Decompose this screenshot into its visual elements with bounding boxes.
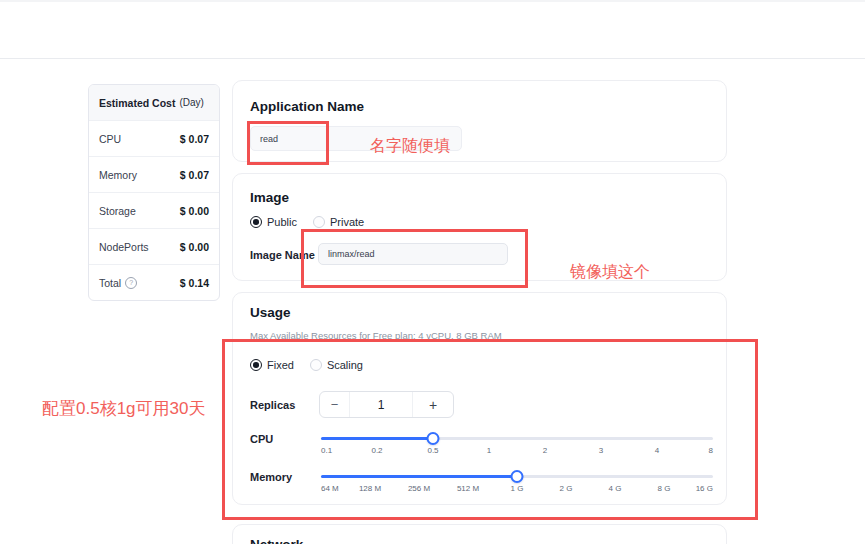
image-visibility-radio-group: Public Private [250, 216, 364, 228]
replicas-increment-button[interactable]: + [413, 392, 453, 417]
public-radio-label: Public [267, 216, 297, 228]
private-radio-label: Private [330, 216, 364, 228]
cost-row-value: $ 0.00 [180, 241, 209, 253]
slider-tick-label: 64 M [321, 484, 339, 493]
slider-tick-label: 0.1 [321, 446, 332, 455]
cost-panel-period: (Day) [179, 97, 203, 108]
usage-title: Usage [250, 305, 291, 320]
estimated-cost-panel: Estimated Cost (Day) CPU$ 0.07Memory$ 0.… [88, 84, 220, 301]
cost-row: CPU$ 0.07 [89, 120, 219, 156]
cost-row-label: Total? [99, 277, 137, 289]
cost-row: Total?$ 0.14 [89, 264, 219, 300]
memory-slider[interactable]: 64 M128 M256 M512 M1 G2 G4 G8 G16 G [321, 467, 713, 501]
scaling-radio-label: Scaling [327, 359, 363, 371]
slider-tick-label: 0.5 [427, 446, 438, 455]
scaling-radio[interactable] [310, 359, 322, 371]
usage-card: Usage Max Available Resources for Free p… [232, 292, 727, 505]
slider-tick-label: 4 [655, 446, 659, 455]
memory-slider-fill [321, 475, 517, 478]
cost-row: NodePorts$ 0.00 [89, 228, 219, 264]
slider-tick-label: 1 G [511, 484, 524, 493]
cpu-slider-handle[interactable] [427, 432, 440, 445]
image-name-label: Image Name [250, 249, 315, 261]
public-radio[interactable] [250, 216, 262, 228]
replicas-stepper: − 1 + [319, 391, 454, 418]
image-card: Image Public Private Image Name [232, 173, 727, 281]
cost-row-label: Memory [99, 169, 137, 181]
cost-panel-title: Estimated Cost [99, 97, 175, 109]
slider-tick-label: 512 M [457, 484, 479, 493]
application-name-title: Application Name [250, 99, 364, 114]
cost-row-label: Storage [99, 205, 136, 217]
slider-tick-label: 1 [487, 446, 491, 455]
slider-tick-label: 4 G [609, 484, 622, 493]
help-icon: ? [125, 277, 137, 289]
fixed-radio-label: Fixed [267, 359, 294, 371]
slider-tick-label: 128 M [359, 484, 381, 493]
cpu-label: CPU [250, 433, 273, 445]
application-name-input[interactable] [250, 126, 462, 151]
usage-subtitle: Max Available Resources for Free plan: 4… [250, 330, 502, 341]
cost-rows: CPU$ 0.07Memory$ 0.07Storage$ 0.00NodePo… [89, 120, 219, 300]
cpu-slider-fill [321, 437, 433, 440]
cost-row-label: CPU [99, 133, 121, 145]
slider-tick-label: 8 G [658, 484, 671, 493]
cost-panel-header: Estimated Cost (Day) [89, 85, 219, 120]
cost-row-value: $ 0.00 [180, 205, 209, 217]
image-title: Image [250, 190, 289, 205]
slider-tick-label: 3 [599, 446, 603, 455]
slider-tick-label: 256 M [408, 484, 430, 493]
application-name-card: Application Name [232, 80, 727, 162]
slider-tick-label: 2 [543, 446, 547, 455]
slider-tick-label: 2 G [560, 484, 573, 493]
slider-tick-label: 16 G [696, 484, 713, 493]
private-radio[interactable] [313, 216, 325, 228]
cost-row-value: $ 0.14 [180, 277, 209, 289]
memory-label: Memory [250, 471, 292, 483]
replicas-decrement-button[interactable]: − [320, 392, 350, 417]
cost-row-value: $ 0.07 [180, 169, 209, 181]
cpu-slider[interactable]: 0.10.20.512348 [321, 429, 713, 463]
slider-tick-label: 8 [709, 446, 713, 455]
cost-row: Storage$ 0.00 [89, 192, 219, 228]
memory-slider-handle[interactable] [511, 470, 524, 483]
cost-row-value: $ 0.07 [180, 133, 209, 145]
top-header-bar [0, 0, 865, 59]
app-launch-page: Estimated Cost (Day) CPU$ 0.07Memory$ 0.… [0, 0, 865, 544]
usage-annotation: 配置0.5核1g可用30天 [42, 397, 205, 420]
network-title: Network [250, 537, 303, 544]
replicas-value[interactable]: 1 [350, 392, 413, 417]
cost-row: Memory$ 0.07 [89, 156, 219, 192]
cost-row-label: NodePorts [99, 241, 149, 253]
image-name-input[interactable] [318, 243, 508, 265]
network-card: Network [232, 524, 727, 544]
fixed-radio[interactable] [250, 359, 262, 371]
slider-tick-label: 0.2 [371, 446, 382, 455]
usage-mode-radio-group: Fixed Scaling [250, 359, 363, 371]
replicas-label: Replicas [250, 399, 295, 411]
